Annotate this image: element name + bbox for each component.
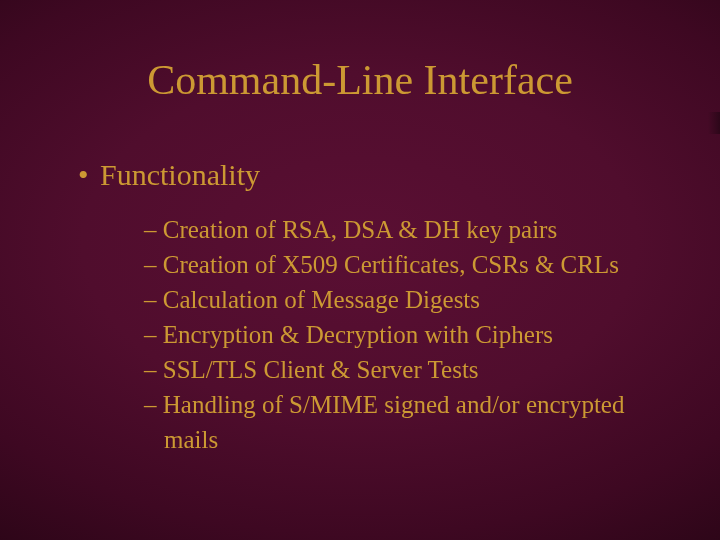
- sub-bullet-item: – Encryption & Decryption with Ciphers: [144, 317, 660, 352]
- sub-bullet-list: – Creation of RSA, DSA & DH key pairs – …: [144, 212, 660, 457]
- sub-bullet-text: Handling of S/MIME signed and/or encrypt…: [163, 391, 625, 453]
- bullet-functionality: •Functionality: [78, 158, 260, 192]
- sub-bullet-text: Calculation of Message Digests: [163, 286, 480, 313]
- edge-shadow: [708, 112, 720, 134]
- slide: Command-Line Interface •Functionality – …: [0, 0, 720, 540]
- dash-icon: –: [144, 251, 157, 278]
- sub-bullet-text: SSL/TLS Client & Server Tests: [163, 356, 479, 383]
- sub-bullet-text: Creation of RSA, DSA & DH key pairs: [163, 216, 557, 243]
- sub-bullet-text: Encryption & Decryption with Ciphers: [163, 321, 553, 348]
- bullet-dot-icon: •: [78, 158, 100, 192]
- sub-bullet-item: – Creation of X509 Certificates, CSRs & …: [144, 247, 660, 282]
- dash-icon: –: [144, 286, 157, 313]
- dash-icon: –: [144, 216, 157, 243]
- bullet-label: Functionality: [100, 158, 260, 191]
- sub-bullet-item: – SSL/TLS Client & Server Tests: [144, 352, 660, 387]
- dash-icon: –: [144, 356, 157, 383]
- sub-bullet-item: – Calculation of Message Digests: [144, 282, 660, 317]
- dash-icon: –: [144, 391, 157, 418]
- dash-icon: –: [144, 321, 157, 348]
- sub-bullet-item: – Handling of S/MIME signed and/or encry…: [144, 387, 660, 457]
- slide-title: Command-Line Interface: [0, 56, 720, 104]
- sub-bullet-text: Creation of X509 Certificates, CSRs & CR…: [163, 251, 619, 278]
- sub-bullet-item: – Creation of RSA, DSA & DH key pairs: [144, 212, 660, 247]
